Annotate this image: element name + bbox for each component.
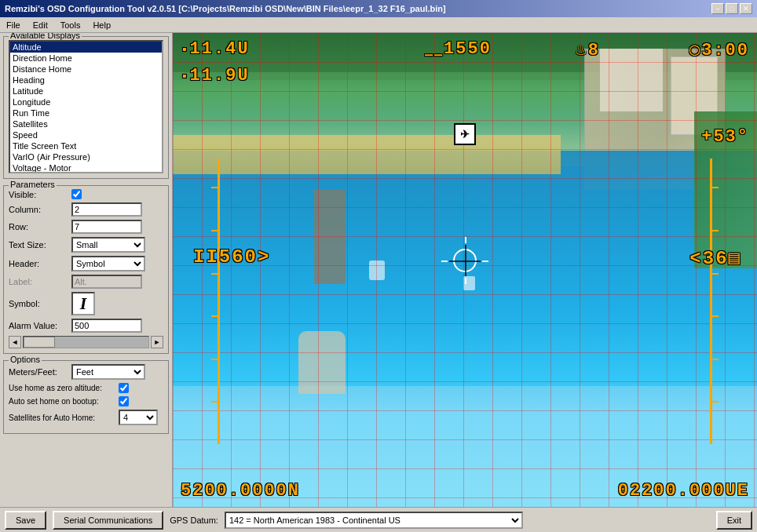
use-home-checkbox[interactable] — [119, 383, 129, 393]
osd-voltage2: ▪11.9U — [181, 66, 250, 86]
osd-mid-right-value: +53° — [701, 127, 749, 147]
osd-satellites: ♨8 — [576, 39, 600, 60]
scroll-left-arrow[interactable]: ◄ — [9, 336, 21, 348]
gps-datum-select[interactable]: 142 = North American 1983 - Continental … — [225, 512, 523, 529]
osd-aircraft-icon: ✈ — [454, 123, 476, 145]
meters-feet-select[interactable]: Feet Meters — [71, 364, 145, 380]
symbol-label: Symbol: — [9, 299, 71, 308]
listbox-item-title-screen-text[interactable]: Title Screen Text — [10, 140, 162, 151]
row-input[interactable] — [71, 220, 142, 234]
auto-set-checkbox[interactable] — [119, 396, 129, 406]
label-input — [71, 275, 142, 289]
row-row: Row: — [9, 220, 163, 234]
available-displays-label: Available Displays — [9, 33, 82, 40]
osd-timer: ◯3:00 — [689, 39, 749, 60]
menu-edit[interactable]: Edit — [30, 20, 51, 31]
text-size-row: Text Size: Small Medium Large — [9, 237, 163, 253]
osd-voltage2-value: 11.9U — [190, 66, 250, 86]
options-group: Options Meters/Feet: Feet Meters Use hom… — [3, 360, 169, 434]
osd-canvas: ▪11.4U ▪11.9U ⎯⎯1550 ✈ ♨8 ◯3:00 — [173, 33, 757, 507]
visible-label: Visible: — [9, 190, 71, 199]
use-home-row: Use home as zero altitude: — [9, 383, 163, 393]
label-row: Label: — [9, 275, 163, 289]
osd-center-value: II560> — [193, 246, 270, 268]
label-label: Label: — [9, 277, 71, 286]
osd-voltage1-value: 11.4U — [190, 39, 250, 59]
osd-crosshair — [449, 245, 481, 276]
listbox-item-direction-home[interactable]: Direction Home — [10, 53, 162, 64]
maximize-button[interactable]: □ — [726, 3, 738, 14]
listbox-item-heading[interactable]: Heading — [10, 75, 162, 86]
listbox-item-run-time[interactable]: Run Time — [10, 107, 162, 118]
symbol-value: I — [80, 293, 87, 314]
parameters-group: Parameters Visible: Column: Row: Text Si… — [3, 185, 169, 354]
text-size-label: Text Size: — [9, 240, 71, 250]
parameters-label: Parameters — [9, 180, 57, 189]
window-title: Remzibi's OSD Configuration Tool v2.0.51… — [5, 4, 446, 13]
osd-timer-value: 3:00 — [701, 41, 749, 60]
column-label: Column: — [9, 205, 71, 214]
satellites-select[interactable]: 4 5 6 — [119, 410, 158, 425]
meters-feet-row: Meters/Feet: Feet Meters — [9, 364, 163, 380]
listbox-item-altitude[interactable]: Altitude — [10, 42, 162, 53]
alarm-value-row: Alarm Value: — [9, 319, 163, 333]
osd-display-area[interactable]: ▪11.4U ▪11.9U ⎯⎯1550 ✈ ♨8 ◯3:00 — [173, 33, 757, 507]
symbol-display: I — [71, 292, 95, 315]
osd-right-scale — [710, 159, 721, 444]
menu-tools[interactable]: Tools — [57, 20, 84, 31]
osd-voltage1: ▪11.4U — [181, 39, 250, 59]
scroll-thumb[interactable] — [24, 337, 55, 348]
menubar: File Edit Tools Help — [0, 17, 757, 33]
header-label: Header: — [9, 259, 71, 268]
osd-left-scale — [209, 159, 220, 444]
osd-satellites-value: 8 — [588, 41, 600, 60]
minimize-button[interactable]: − — [711, 3, 724, 14]
osd-direction: <36▤ — [689, 246, 741, 269]
left-panel: Available Displays Altitude Direction Ho… — [0, 33, 173, 507]
use-home-label: Use home as zero altitude: — [9, 384, 119, 392]
osd-coord-lat: 5200.0000N — [181, 481, 300, 501]
visible-checkbox[interactable] — [71, 189, 82, 199]
alarm-value-label: Alarm Value: — [9, 321, 71, 330]
auto-set-label: Auto set home on bootup: — [9, 397, 119, 406]
listbox-item-longitude[interactable]: Longitude — [10, 97, 162, 107]
available-displays-group: Available Displays Altitude Direction Ho… — [3, 36, 169, 179]
meters-feet-label: Meters/Feet: — [9, 367, 71, 377]
listbox-item-vario[interactable]: VarIO (Air Pressure) — [10, 151, 162, 162]
bottom-bar: Save Serial Communications GPS Datum: 14… — [0, 507, 757, 532]
close-button[interactable]: ✕ — [740, 3, 752, 14]
listbox-item-speed[interactable]: Speed — [10, 129, 162, 140]
serial-comm-button[interactable]: Serial Communications — [53, 511, 163, 530]
header-row: Header: Symbol Text None — [9, 256, 163, 271]
column-input[interactable] — [71, 202, 142, 217]
osd-coord-lon: 02200.000UE — [618, 481, 749, 501]
available-displays-listbox[interactable]: Altitude Direction Home Distance Home He… — [9, 40, 163, 173]
gps-datum-label: GPS Datum: — [170, 516, 218, 525]
osd-mid-right: +53° — [701, 127, 749, 147]
column-row: Column: — [9, 202, 163, 217]
listbox-item-distance-home[interactable]: Distance Home — [10, 64, 162, 75]
osd-coord-right: 02200.000UE — [618, 481, 749, 501]
window-controls: − □ ✕ — [711, 3, 752, 14]
header-select[interactable]: Symbol Text None — [71, 256, 145, 271]
visible-row: Visible: — [9, 189, 163, 199]
horizontal-scrollbar[interactable]: ◄ ► — [9, 336, 163, 348]
osd-throttle-value: 1550 — [444, 39, 492, 59]
text-size-select[interactable]: Small Medium Large — [71, 237, 145, 253]
symbol-row: Symbol: I — [9, 292, 163, 315]
save-button[interactable]: Save — [5, 511, 46, 530]
scroll-track[interactable] — [23, 336, 149, 348]
exit-button[interactable]: Exit — [716, 511, 752, 530]
osd-coord-left: 5200.0000N — [181, 481, 300, 501]
scroll-right-arrow[interactable]: ► — [151, 336, 163, 348]
titlebar: Remzibi's OSD Configuration Tool v2.0.51… — [0, 0, 757, 17]
listbox-item-satellites[interactable]: Satellites — [10, 118, 162, 129]
menu-file[interactable]: File — [3, 20, 24, 31]
satellites-label: Satellites for Auto Home: — [9, 414, 119, 422]
menu-help[interactable]: Help — [90, 20, 114, 31]
satellites-row: Satellites for Auto Home: 4 5 6 — [9, 410, 163, 425]
auto-set-row: Auto set home on bootup: — [9, 396, 163, 406]
listbox-item-latitude[interactable]: Latitude — [10, 86, 162, 97]
listbox-item-voltage-motor[interactable]: Voltage - Motor — [10, 162, 162, 173]
alarm-value-input[interactable] — [71, 319, 142, 333]
